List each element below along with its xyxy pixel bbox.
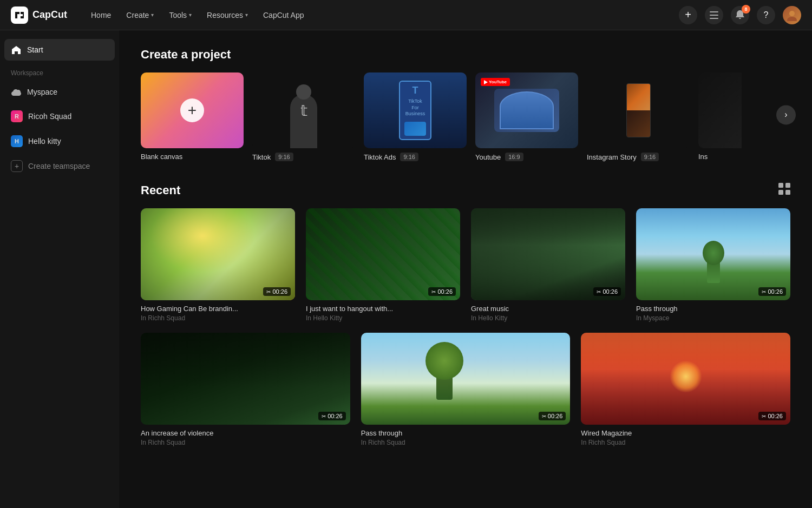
chevron-down-icon: ▾ [245,12,248,18]
home-icon [11,44,22,55]
ins-thumb [698,72,742,148]
duration-badge-0: ✂ 00:26 [263,287,291,296]
layout-button[interactable] [705,6,723,24]
ricoh-squad-avatar: R [11,110,23,122]
hello-kitty-avatar: H [11,135,23,147]
tiktok-ads-card[interactable]: T TikTokFor Business Tiktok Ads 9:16 [364,72,467,161]
recent-workspace-3: In Myspace [636,314,790,322]
recent-header: Recent [141,183,790,197]
duration-badge-3: ✂ 00:26 [758,287,786,296]
recent-item-2[interactable]: ✂ 00:26 Great music In Hello Kitty [471,208,625,322]
workspace-label: Workspace [4,63,115,79]
recent-item-4[interactable]: ✂ 00:26 An increase of violence In Richh… [141,333,350,446]
youtube-card[interactable]: YouTube Youtube 16:9 [475,72,578,161]
recent-item-0[interactable]: ✂ 00:26 How Gaming Can Be brandin... In … [141,208,295,322]
recent-thumb-3: ✂ 00:26 [636,208,790,300]
project-cards-row: + Blank canvas 𝕥 [141,72,790,161]
recent-item-1[interactable]: ✂ 00:26 I just want to hangout with... I… [306,208,460,322]
duration-badge-1: ✂ 00:26 [428,287,456,296]
sidebar-item-start[interactable]: Start [4,39,115,61]
duration-badge-2: ✂ 00:26 [593,287,621,296]
avatar-image [786,9,798,21]
myspace-label: Myspace [27,88,57,96]
tiktok-card[interactable]: 𝕥 Tiktok 9:16 [252,72,355,161]
add-button[interactable]: + [679,6,697,24]
duration-badge-6: ✂ 00:26 [758,412,786,420]
chevron-down-icon: ▾ [151,12,154,18]
recent-thumb-1: ✂ 00:26 [306,208,460,300]
sidebar-item-hello-kitty[interactable]: H Hello kitty [4,130,115,153]
recent-workspace-6: In Richh Squad [581,439,790,446]
cloud-icon [11,87,22,97]
nav-create[interactable]: Create ▾ [120,8,160,23]
svg-rect-1 [710,11,718,12]
help-button[interactable]: ? [757,6,775,24]
instagram-story-card[interactable]: Instagram Story 9:16 [587,72,690,161]
recent-title-3: Pass through [636,305,790,313]
nav-capcut-app[interactable]: CapCut App [257,8,311,23]
tiktok-ads-thumb: T TikTokFor Business [364,72,467,148]
svg-rect-8 [778,190,783,195]
nav-home[interactable]: Home [84,8,117,23]
recent-workspace-1: In Hello Kitty [306,314,460,322]
tiktok-ads-label: Tiktok Ads 9:16 [364,153,467,161]
scissors-icon: ✂ [597,289,601,295]
instagram-story-label: Instagram Story 9:16 [587,153,690,161]
sidebar: Start Workspace Myspace R Ricoh Squad H … [0,30,119,508]
instagram-story-thumb [587,72,690,148]
recent-item-3[interactable]: ✂ 00:26 Pass through In Myspace [636,208,790,322]
recent-title-5: Pass through [361,429,571,437]
recent-workspace-0: In Richh Squad [141,314,295,322]
sidebar-item-myspace[interactable]: Myspace [4,81,115,103]
svg-rect-2 [710,15,718,16]
main-content: Create a project + Blank canvas [119,30,812,508]
recent-thumb-2: ✂ 00:26 [471,208,625,300]
plus-circle-icon: + [11,160,23,172]
svg-rect-7 [785,183,790,188]
notification-badge: 8 [742,5,750,14]
recent-thumb-0: ✂ 00:26 [141,208,295,300]
grid-toggle-button[interactable] [778,183,790,197]
youtube-thumb: YouTube [475,72,578,148]
create-project-title: Create a project [141,48,790,62]
svg-point-4 [789,11,795,16]
recent-item-5[interactable]: ✂ 00:26 Pass through In Richh Squad [361,333,571,446]
scissors-icon: ✂ [762,289,766,295]
recent-title-2: Great music [471,305,625,313]
duration-badge-4: ✂ 00:26 [318,412,346,420]
youtube-logo: YouTube [481,78,510,86]
duration-badge-5: ✂ 00:26 [539,412,566,420]
ins-label: Ins [698,153,742,161]
capcut-logo-icon [11,6,28,24]
instagram-phone [626,83,651,137]
header: CapCut Home Create ▾ Tools ▾ Resources ▾… [0,0,812,30]
nav-tools[interactable]: Tools ▾ [162,8,198,23]
create-teamspace-button[interactable]: + Create teamspace [4,155,115,177]
notification-button[interactable]: 8 [731,6,749,24]
logo-text: CapCut [32,9,67,21]
user-avatar[interactable] [783,6,801,24]
scissors-icon: ✂ [542,413,546,419]
recent-grid-row2: ✂ 00:26 An increase of violence In Richh… [141,333,790,446]
nav-resources[interactable]: Resources ▾ [200,8,254,23]
scroll-right-arrow[interactable]: › [776,105,796,124]
scissors-icon: ✂ [431,289,436,295]
youtube-label: Youtube 16:9 [475,153,578,161]
svg-rect-6 [778,183,783,188]
ins-card[interactable]: Ins [698,72,742,161]
sidebar-item-ricoh-squad[interactable]: R Ricoh Squad [4,105,115,128]
blank-canvas-thumb: + [141,72,244,148]
recent-workspace-5: In Richh Squad [361,439,571,446]
recent-title-1: I just want to hangout with... [306,305,460,313]
youtube-ratio: 16:9 [505,153,523,161]
chevron-down-icon: ▾ [189,12,192,18]
logo[interactable]: CapCut [11,6,67,24]
tiktok-ads-ratio: 9:16 [400,153,418,161]
create-teamspace-label: Create teamspace [28,162,90,170]
blank-canvas-card[interactable]: + Blank canvas [141,72,244,161]
recent-title: Recent [141,183,180,197]
recent-thumb-4: ✂ 00:26 [141,333,350,425]
scissors-icon: ✂ [266,289,271,295]
recent-item-6[interactable]: ✂ 00:26 Wired Magazine In Richh Squad [581,333,790,446]
scissors-icon: ✂ [762,413,766,419]
